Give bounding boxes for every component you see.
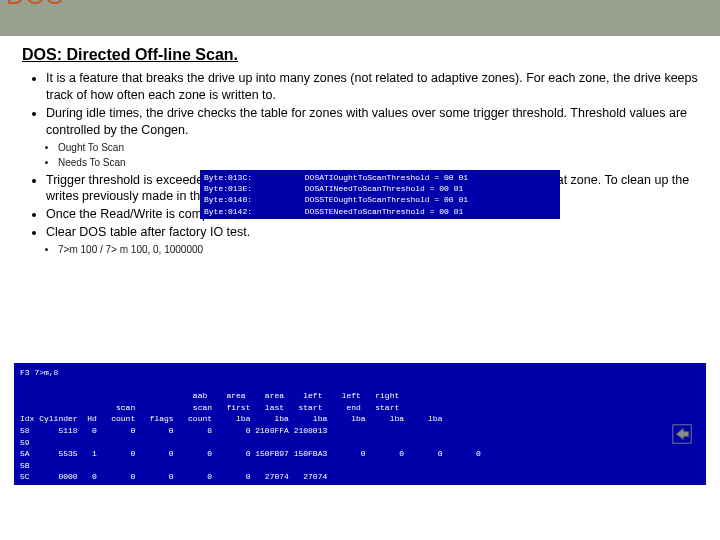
slide-content: DOS: Directed Off-line Scan. It is a fea… [0, 36, 720, 263]
sub-bullet: Needs To Scan [58, 156, 698, 170]
table-row: 58 5118 0 0 0 8 0 2108FFA 2108013 [20, 426, 327, 435]
bullet: It is a feature that breaks the drive up… [46, 70, 698, 104]
term-header: Idx Cylinder Hd count flags count lba lb… [20, 414, 442, 423]
bullet: During idle times, the drive checks the … [46, 105, 698, 139]
terminal-large: F3 7>m,8 aab area area left left right s… [14, 363, 706, 485]
bullet-list-1: It is a feature that breaks the drive up… [36, 70, 698, 139]
terminal-small: Byte:013C: DOSATIOughtToScanThreshold = … [200, 170, 560, 219]
term-line: Byte:013C: DOSATIOughtToScanThreshold = … [204, 173, 468, 182]
term-line: Byte:013E: DOSATINeedToScanThreshold = 0… [204, 184, 463, 193]
sub-list-1: Ought To Scan Needs To Scan [48, 141, 698, 170]
sub-list-2: 7>m 100 / 7> m 100, 0, 1000000 [48, 243, 698, 257]
bullet: Clear DOS table after factory IO test. [46, 224, 698, 241]
term-header: scan scan first last start end start [20, 403, 399, 412]
table-row: 5C 0000 0 0 0 0 0 27074 27074 [20, 472, 327, 481]
table-row: 59 [20, 438, 30, 447]
title-band: DOS [0, 0, 720, 36]
term-line: Byte:0142: DOSSTENeedToScanThreshold = 0… [204, 207, 463, 216]
sub-bullet: 7>m 100 / 7> m 100, 0, 1000000 [58, 243, 698, 257]
page-title: DOS: Directed Off-line Scan. [22, 46, 698, 64]
term-line: Byte:0140: DOSSTEOughtToScanThreshold = … [204, 195, 468, 204]
table-row: 5A 5535 1 0 0 0 0 150FB97 150FBA3 0 0 0 … [20, 449, 481, 458]
page-big-title: DOS [6, 0, 64, 11]
left-arrow-icon [672, 424, 692, 444]
back-arrow-button[interactable] [672, 424, 692, 444]
table-row: 5B [20, 461, 30, 470]
term-header: aab area area left left right [20, 391, 399, 400]
term-cmd: F3 7>m,8 [20, 368, 58, 377]
sub-bullet: Ought To Scan [58, 141, 698, 155]
